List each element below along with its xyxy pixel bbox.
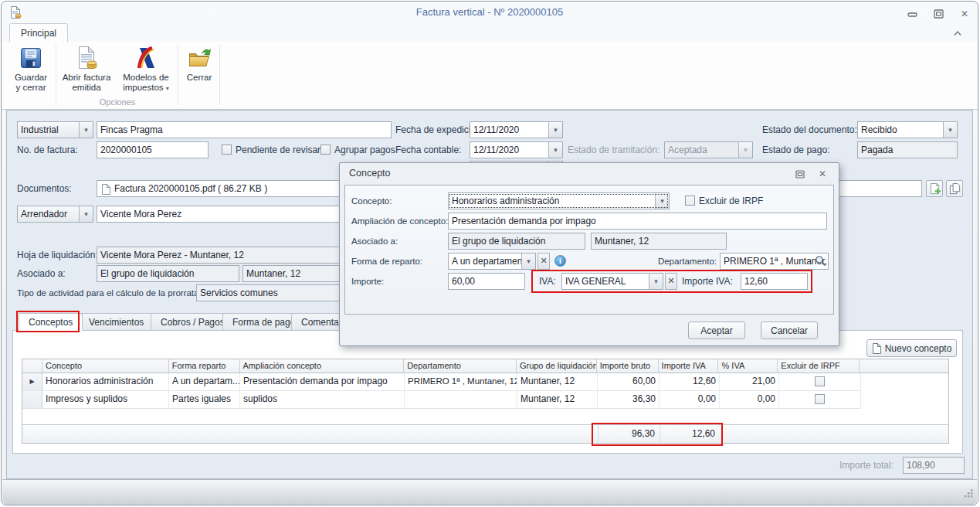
pending-review-checkbox[interactable] — [222, 145, 232, 155]
excluir-irpf-checkbox[interactable] — [685, 196, 695, 206]
chevron-down-icon[interactable]: ▾ — [79, 206, 93, 222]
aceptar-button[interactable]: Aceptar — [688, 322, 745, 339]
invoice-number-field[interactable]: 2020000105 — [97, 141, 209, 158]
dialog-close-button[interactable]: ✕ — [815, 168, 830, 179]
document-type-combo[interactable]: Industrial ▾ — [17, 121, 93, 138]
table-header: Concepto Forma reparto Ampliación concep… — [22, 359, 948, 373]
collapse-ribbon-button[interactable] — [950, 28, 965, 39]
forma-reparto-combo[interactable]: A un departamento ▾ — [448, 253, 536, 270]
tab-principal[interactable]: Principal — [9, 23, 68, 42]
minimize-icon — [907, 11, 917, 18]
tab-conceptos[interactable]: Conceptos — [19, 313, 83, 331]
associated-to-label: Asociado a: — [17, 265, 66, 282]
role-value: Arrendador — [18, 206, 79, 222]
table-row[interactable]: ▶ Honorarios administración A un departa… — [22, 373, 948, 391]
maximize-icon — [934, 9, 944, 19]
col-importe-iva[interactable]: Importe IVA — [659, 359, 719, 373]
file-icon — [101, 184, 110, 197]
issue-date-combo[interactable]: 12/11/2020 ▾ — [470, 121, 563, 138]
models-label-1: Modelos de — [123, 73, 168, 82]
info-icon[interactable]: i — [554, 255, 566, 270]
col-pct-iva[interactable]: % IVA — [718, 359, 778, 373]
clear-forma-reparto-button[interactable]: ✕ — [537, 253, 550, 270]
chevron-down-icon[interactable]: ▾ — [943, 122, 957, 138]
prorate-activity-label: Tipo de actividad para el cálculo de la … — [17, 284, 202, 301]
importe-total-label: Importe total: — [789, 457, 894, 474]
minimize-button[interactable] — [902, 8, 922, 20]
row-marker-icon: ▶ — [22, 373, 42, 391]
dialog-title: Concepto — [349, 168, 391, 179]
save-and-close-button[interactable]: Guardar y cerrar — [8, 44, 54, 103]
col-excluir-irpf[interactable]: Excluir de IRPF — [778, 359, 860, 373]
col-departamento[interactable]: Departamento — [404, 359, 517, 373]
document-status-value: Recibido — [858, 122, 943, 138]
resize-grip-icon[interactable] — [964, 488, 974, 502]
invoice-document-icon — [74, 46, 99, 70]
col-importe-bruto[interactable]: Importe bruto — [597, 359, 659, 373]
col-forma-reparto[interactable]: Forma reparto — [169, 359, 240, 373]
add-document-button[interactable] — [926, 180, 943, 197]
invoice-number-label: No. de factura: — [17, 141, 78, 158]
accounting-date-label: Fecha contable: — [395, 141, 461, 158]
ampliacion-field[interactable]: Presentación demanda por impago — [448, 213, 827, 230]
concepto-combo[interactable]: Honorarios administración ▾ — [448, 192, 670, 209]
clear-iva-button[interactable]: ✕ — [665, 273, 677, 290]
forma-reparto-value: A un departamento — [449, 254, 521, 269]
chevron-down-icon[interactable]: ▾ — [548, 142, 562, 158]
open-issued-invoice-button[interactable]: Abrir factura emitida — [59, 44, 114, 103]
chevron-down-icon[interactable]: ▾ — [655, 193, 669, 209]
dialog-asociado-label: Asociado a: — [351, 233, 398, 250]
tax-agency-icon — [134, 46, 158, 70]
row-excluir-irpf-checkbox[interactable] — [815, 394, 825, 404]
restore-icon — [795, 170, 805, 179]
departamento-field[interactable]: PRIMERO 1ª , Muntaner, 12 — [720, 253, 829, 270]
new-concept-button[interactable]: Nuevo concepto — [866, 339, 957, 357]
accounting-date-combo[interactable]: 12/11/2020 ▾ — [470, 141, 563, 158]
dropdown-arrow-icon: ▾ — [166, 85, 169, 92]
dialog-restore-button[interactable] — [792, 168, 808, 179]
search-icon[interactable] — [815, 255, 826, 270]
ampliacion-label: Ampliación de concepto: — [351, 213, 448, 230]
copy-document-button[interactable] — [946, 180, 963, 197]
tax-models-button[interactable]: Modelos de impuestos ▾ — [116, 44, 176, 103]
maximize-button[interactable] — [928, 8, 948, 20]
total-importe-bruto: 96,30 — [598, 425, 660, 443]
chevron-down-icon[interactable]: ▾ — [79, 122, 93, 138]
processing-status-label: Estado de tramitación: — [568, 141, 660, 158]
chevron-down-icon[interactable]: ▾ — [548, 122, 562, 138]
cancelar-button[interactable]: Cancelar — [761, 322, 818, 339]
document-status-label: Estado del documento: — [762, 121, 857, 138]
supplier-field[interactable]: Fincas Pragma — [97, 121, 392, 138]
close-button[interactable]: ✕ — [955, 8, 975, 20]
window-title: Factura vertical - Nº 2020000105 — [2, 6, 978, 18]
close-window-button[interactable]: Cerrar — [181, 44, 218, 103]
ribbon-separator — [219, 45, 220, 105]
importe-iva-field[interactable]: 12,60 — [741, 273, 808, 290]
col-concepto[interactable]: Concepto — [42, 359, 169, 373]
concepto-label: Concepto: — [351, 192, 392, 209]
role-combo[interactable]: Arrendador ▾ — [17, 206, 93, 223]
col-grupo[interactable]: Grupo de liquidación — [517, 359, 597, 373]
iva-label: IVA: — [539, 273, 556, 290]
col-empty — [860, 359, 948, 373]
row-excluir-irpf-checkbox[interactable] — [815, 376, 825, 386]
excluir-irpf-label: Excluir de IRPF — [699, 192, 763, 209]
chevron-down-icon[interactable]: ▾ — [521, 254, 535, 269]
iva-combo[interactable]: IVA GENERAL ▾ — [561, 273, 663, 290]
group-payments-checkbox[interactable] — [320, 145, 331, 155]
table-row[interactable]: Impresos y suplidos Partes iguales supli… — [22, 391, 948, 409]
chevron-down-icon[interactable]: ▾ — [649, 274, 663, 289]
departamento-label: Departamento: — [633, 253, 717, 270]
document-type-value: Industrial — [18, 122, 79, 138]
col-ampliacion[interactable]: Ampliación concepto — [240, 359, 405, 373]
importe-field[interactable]: 60,00 — [448, 273, 525, 290]
document-file-name: Factura 2020000105.pdf ( 86.27 KB ) — [114, 183, 267, 194]
save-label-1: Guardar — [15, 73, 47, 82]
chevron-down-icon: ▾ — [738, 142, 752, 158]
document-status-combo[interactable]: Recibido ▾ — [857, 121, 958, 138]
tab-vencimientos[interactable]: Vencimientos — [79, 313, 154, 331]
new-document-icon — [872, 343, 881, 354]
add-document-icon — [928, 182, 941, 196]
close-icon: ✕ — [961, 9, 968, 19]
ribbon-separator — [178, 45, 178, 105]
